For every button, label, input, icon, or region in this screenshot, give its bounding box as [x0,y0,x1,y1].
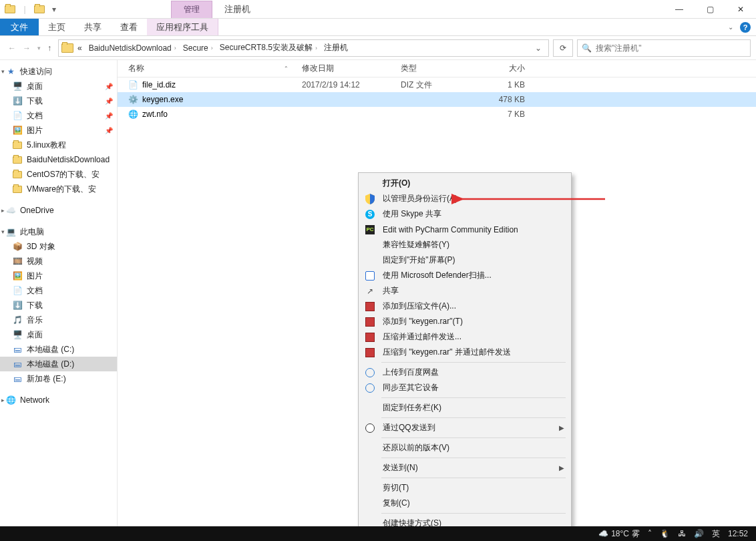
file-row[interactable]: 🌐zwt.nfo7 KB [118,107,756,122]
pin-qat-icon[interactable] [32,2,47,17]
menu-item[interactable]: 兼容性疑难解答(Y) [359,237,571,252]
search-input[interactable] [596,43,746,53]
address-bar[interactable]: « BaiduNetdiskDownload› Secure› SecureCR… [58,39,549,57]
sidebar-item[interactable]: 5.linux教程 [0,138,117,152]
sidebar-item[interactable]: 🎞️视频 [0,254,117,268]
refresh-button[interactable]: ⟳ [553,39,573,57]
column-name[interactable]: 名称⌃ [124,63,298,74]
menu-item-label: 压缩到 "keygen.rar" 并通过邮件发送 [383,347,511,358]
sidebar-heading[interactable]: ▸☁️OneDrive [0,203,117,218]
maximize-button[interactable]: ▢ [695,0,725,18]
sidebar-item[interactable]: CentOS7的下载、安 [0,167,117,182]
menu-item[interactable]: 剪切(T) [359,480,571,496]
chevron-right-icon: › [174,45,176,51]
menu-item[interactable]: 使用 Microsoft Defender扫描... [359,268,571,283]
file-list-pane: 名称⌃ 修改日期 类型 大小 📄file_id.diz2017/2/19 14:… [118,60,756,526]
menu-item[interactable]: 发送到(N)▶ [359,460,571,476]
menu-item-label: 上传到百度网盘 [383,367,439,378]
column-date[interactable]: 修改日期 [298,63,397,74]
search-box[interactable]: 🔍 [577,39,751,57]
menu-item-label: 复制(C) [383,498,410,509]
tab-share[interactable]: 共享 [75,19,111,35]
taskbar: ☁️ 18°C 雾 ˄ 🐧 🖧 🔊 英 12:52 [0,526,756,541]
tray-chevron-icon[interactable]: ˄ [644,529,656,538]
tree-caret-icon[interactable]: ▾ [1,228,5,235]
taskbar-clock[interactable]: 12:52 [724,530,752,538]
column-type[interactable]: 类型 [397,63,474,74]
sidebar-item[interactable]: VMware的下载、安 [0,182,117,196]
menu-item[interactable]: 复制(C) [359,496,571,511]
menu-item[interactable]: 压缩并通过邮件发送... [359,329,571,345]
menu-item[interactable]: 同步至其它设备 [359,380,571,395]
menu-item-label: 以管理员身份运行(A) [383,193,457,204]
sidebar-item[interactable]: 🖼️图片📌 [0,123,117,138]
breadcrumb-item[interactable]: BaiduNetdiskDownload› [86,43,179,53]
qat-dropdown-icon[interactable]: ▾ [47,2,61,17]
music-icon: 🎵 [12,315,23,325]
tab-app-tools[interactable]: 应用程序工具 [147,19,218,35]
ime-indicator[interactable]: 英 [708,528,724,540]
menu-item[interactable]: 添加到 "keygen.rar"(T) [359,314,571,329]
back-button[interactable]: ← [8,43,16,53]
star-icon: ★ [5,66,16,77]
sidebar-heading[interactable]: ▾💻此电脑 [0,224,117,239]
tray-app-icon[interactable]: 🐧 [656,529,674,538]
help-icon[interactable]: ? [740,22,751,33]
menu-item[interactable]: PCEdit with PyCharm Community Edition [359,222,571,237]
menu-item[interactable]: 通过QQ发送到▶ [359,420,571,435]
close-button[interactable]: ✕ [725,0,756,18]
ribbon-expand-icon[interactable]: ⌄ [728,23,733,31]
history-dropdown-icon[interactable]: ▾ [37,45,41,51]
file-size: 478 KB [474,95,529,104]
tree-caret-icon[interactable]: ▸ [1,207,5,214]
menu-item[interactable]: 以管理员身份运行(A) [359,191,571,206]
sidebar-item[interactable]: ⬇️下载 [0,298,117,313]
sidebar-item[interactable]: ⬇️下载📌 [0,94,117,108]
sidebar-item[interactable]: 🖼️图片 [0,268,117,283]
menu-item[interactable]: S使用 Skype 共享 [359,206,571,222]
tab-view[interactable]: 查看 [111,19,147,35]
sidebar-item[interactable]: BaiduNetdiskDownload [0,152,117,167]
menu-item[interactable]: 打开(O) [359,176,571,191]
breadcrumb-item[interactable]: Secure› [180,43,216,53]
menu-item[interactable]: 还原以前的版本(V) [359,440,571,456]
sidebar-item[interactable]: 🖴本地磁盘 (D:) [0,357,117,371]
column-size[interactable]: 大小 [474,63,529,74]
tree-caret-icon[interactable]: ▸ [1,397,5,403]
file-icon: 🌐 [128,110,138,119]
file-tab[interactable]: 文件 [0,19,39,35]
sidebar-item[interactable]: 🖴新加卷 (E:) [0,371,117,386]
menu-item-label: 剪切(T) [383,482,409,494]
up-button[interactable]: ↑ [47,43,51,53]
breadcrumb-item[interactable]: 注册机 [321,42,351,53]
tray-network-icon[interactable]: 🖧 [674,529,690,538]
menu-item[interactable]: 固定到任务栏(K) [359,400,571,415]
menu-item[interactable]: 固定到"开始"屏幕(P) [359,252,571,268]
weather-widget[interactable]: ☁️ 18°C 雾 [594,528,644,540]
file-row[interactable]: 📄file_id.diz2017/2/19 14:12DIZ 文件1 KB [118,77,756,92]
address-dropdown-icon[interactable]: ⌄ [531,43,546,53]
forward-button[interactable]: → [23,43,31,53]
sidebar-item[interactable]: 🖥️桌面📌 [0,79,117,94]
sidebar-item[interactable]: 🖥️桌面 [0,327,117,342]
sidebar-item[interactable]: 📄文档📌 [0,108,117,123]
menu-item[interactable]: ↗共享 [359,283,571,299]
context-tab-manage[interactable]: 管理 [171,1,212,18]
sidebar-item[interactable]: 🖴本地磁盘 (C:) [0,342,117,357]
sidebar-item[interactable]: 📄文档 [0,283,117,298]
breadcrumb-item[interactable]: SecureCRT8.5安装及破解› [217,42,320,53]
sidebar-item-label: 图片 [27,125,43,136]
file-row[interactable]: ⚙️keygen.exe478 KB [118,92,756,107]
sidebar-heading[interactable]: ▸🌐Network [0,393,117,407]
tab-home[interactable]: 主页 [39,19,75,35]
sidebar-item[interactable]: 🎵音乐 [0,313,117,327]
tree-caret-icon[interactable]: ▾ [1,68,5,75]
tray-volume-icon[interactable]: 🔊 [690,529,708,538]
breadcrumb-overflow[interactable]: « [75,43,85,53]
sidebar-heading[interactable]: ▾★快速访问 [0,64,117,79]
minimize-button[interactable]: — [664,0,695,18]
menu-item[interactable]: 上传到百度网盘 [359,365,571,380]
sidebar-item[interactable]: 📦3D 对象 [0,239,117,254]
menu-item[interactable]: 添加到压缩文件(A)... [359,299,571,314]
menu-item[interactable]: 压缩到 "keygen.rar" 并通过邮件发送 [359,345,571,360]
